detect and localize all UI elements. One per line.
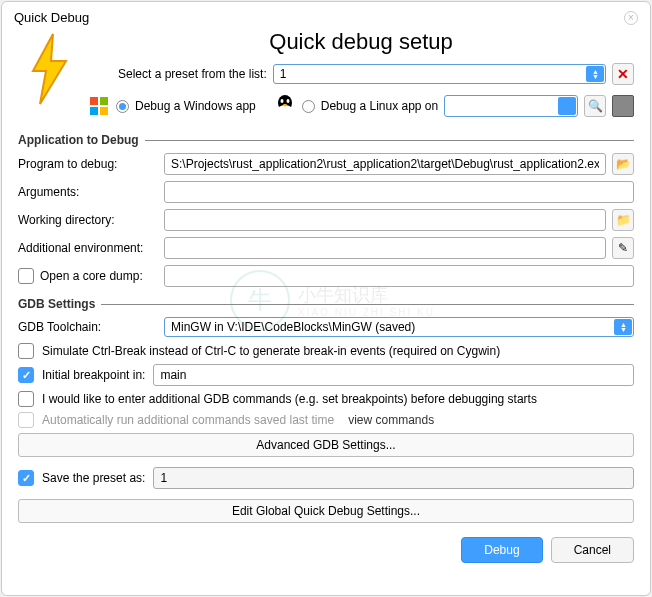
view-commands-link[interactable]: view commands xyxy=(348,413,434,427)
additional-cmds-label: I would like to enter additional GDB com… xyxy=(42,392,537,406)
coredump-label: Open a core dump: xyxy=(40,269,158,283)
window-title: Quick Debug xyxy=(14,10,624,25)
windows-logo-icon xyxy=(88,95,110,117)
windows-radio-label: Debug a Windows app xyxy=(135,99,256,113)
initial-bp-input[interactable] xyxy=(153,364,634,386)
terminal-icon[interactable] xyxy=(612,95,634,117)
chevron-updown-icon: ▲▼ xyxy=(592,69,599,79)
linux-target-select[interactable] xyxy=(444,95,578,117)
chevron-updown-icon: ▲▼ xyxy=(620,322,627,332)
edit-env-button[interactable]: ✎ xyxy=(612,237,634,259)
arguments-label: Arguments: xyxy=(18,185,158,199)
auto-run-checkbox xyxy=(18,412,34,428)
windows-radio[interactable] xyxy=(116,100,129,113)
save-preset-input[interactable] xyxy=(153,467,634,489)
simulate-ctrl-checkbox[interactable] xyxy=(18,343,34,359)
env-input[interactable] xyxy=(164,237,606,259)
initial-bp-checkbox[interactable] xyxy=(18,367,34,383)
additional-cmds-checkbox[interactable] xyxy=(18,391,34,407)
svg-point-7 xyxy=(280,99,283,103)
linux-radio-label: Debug a Linux app on xyxy=(321,99,438,113)
workdir-input[interactable] xyxy=(164,209,606,231)
preset-label: Select a preset from the list: xyxy=(118,67,267,81)
lightning-bolt-icon xyxy=(18,29,78,109)
coredump-input[interactable] xyxy=(164,265,634,287)
application-to-debug-group: Application to Debug Program to debug: 📂… xyxy=(18,133,634,293)
folder-open-icon: 📂 xyxy=(616,157,631,171)
cancel-button[interactable]: Cancel xyxy=(551,537,634,563)
save-preset-label: Save the preset as: xyxy=(42,471,145,485)
linux-radio[interactable] xyxy=(302,100,315,113)
coredump-checkbox[interactable] xyxy=(18,268,34,284)
svg-rect-4 xyxy=(100,107,108,115)
workdir-label: Working directory: xyxy=(18,213,158,227)
preset-select[interactable]: 1 ▲▼ xyxy=(273,64,606,84)
simulate-ctrl-label: Simulate Ctrl-Break instead of Ctrl-C to… xyxy=(42,344,500,358)
env-label: Additional environment: xyxy=(18,241,158,255)
program-input[interactable] xyxy=(164,153,606,175)
auto-run-label: Automatically run additional commands sa… xyxy=(42,413,334,427)
browse-workdir-button[interactable]: 📁 xyxy=(612,209,634,231)
svg-rect-3 xyxy=(90,107,98,115)
toolchain-label: GDB Toolchain: xyxy=(18,320,158,334)
debug-button[interactable]: Debug xyxy=(461,537,542,563)
x-icon: ✕ xyxy=(617,66,629,82)
save-preset-checkbox[interactable] xyxy=(18,470,34,486)
svg-marker-0 xyxy=(33,34,66,104)
pencil-icon: ✎ xyxy=(618,241,628,255)
browse-program-button[interactable]: 📂 xyxy=(612,153,634,175)
toolchain-select[interactable]: MinGW in V:\IDE\CodeBlocks\MinGW (saved)… xyxy=(164,317,634,337)
program-label: Program to debug: xyxy=(18,157,158,171)
svg-rect-1 xyxy=(90,97,98,105)
svg-rect-2 xyxy=(100,97,108,105)
search-button[interactable]: 🔍 xyxy=(584,95,606,117)
edit-global-button[interactable]: Edit Global Quick Debug Settings... xyxy=(18,499,634,523)
search-icon: 🔍 xyxy=(588,99,603,113)
linux-tux-icon xyxy=(274,93,296,119)
initial-bp-label: Initial breakpoint in: xyxy=(42,368,145,382)
svg-point-8 xyxy=(286,99,289,103)
close-icon[interactable]: × xyxy=(624,11,638,25)
gdb-settings-group: GDB Settings GDB Toolchain: MinGW in V:\… xyxy=(18,297,634,461)
folder-icon: 📁 xyxy=(616,213,631,227)
advanced-gdb-button[interactable]: Advanced GDB Settings... xyxy=(18,433,634,457)
arguments-input[interactable] xyxy=(164,181,634,203)
delete-preset-button[interactable]: ✕ xyxy=(612,63,634,85)
page-title: Quick debug setup xyxy=(88,29,634,55)
